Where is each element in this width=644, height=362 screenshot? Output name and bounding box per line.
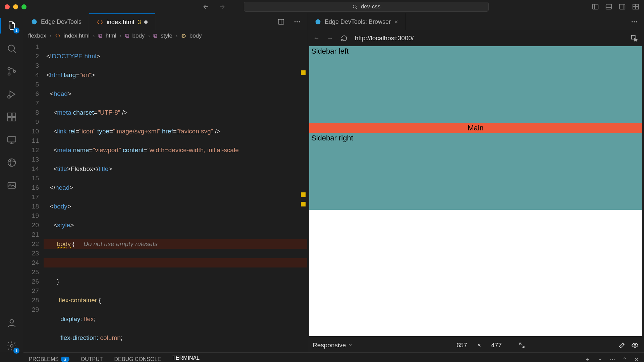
svg-rect-2 bbox=[606, 4, 612, 9]
layout-panel-icon[interactable] bbox=[605, 3, 612, 10]
search-icon bbox=[352, 4, 358, 9]
tab-label: Edge DevTools bbox=[41, 18, 82, 25]
explorer-badge: 1 bbox=[13, 27, 19, 34]
html-file-icon bbox=[97, 19, 103, 25]
viewport-width[interactable] bbox=[452, 342, 471, 349]
close-icon[interactable] bbox=[5, 4, 10, 9]
breadcrumb[interactable]: style bbox=[161, 33, 172, 39]
inspect-icon[interactable] bbox=[631, 35, 638, 42]
svg-point-18 bbox=[8, 159, 16, 167]
back-icon[interactable]: ← bbox=[313, 35, 320, 42]
code-editor[interactable]: 1234567891011121314151617181920212223242… bbox=[23, 42, 307, 352]
more-icon[interactable] bbox=[293, 18, 301, 25]
edge-icon[interactable] bbox=[5, 156, 18, 169]
svg-point-25 bbox=[297, 21, 298, 22]
tab-devtools-browser[interactable]: Edge DevTools: Browser ✕ bbox=[307, 13, 406, 30]
extensions-icon[interactable] bbox=[5, 111, 18, 123]
svg-point-30 bbox=[636, 21, 637, 22]
tab-output[interactable]: OUTPUT bbox=[81, 356, 103, 362]
maximize-icon[interactable] bbox=[21, 4, 26, 9]
tab-edge-devtools[interactable]: Edge DevTools bbox=[23, 13, 89, 30]
device-toolbar: Responsive × bbox=[307, 338, 644, 352]
titlebar: dev-css bbox=[0, 0, 644, 13]
eye-icon[interactable] bbox=[631, 342, 639, 349]
breadcrumb[interactable]: body bbox=[132, 33, 145, 39]
bottom-panel: PROBLEMS3 OUTPUT DEBUG CONSOLE TERMINAL … bbox=[23, 352, 644, 362]
wand-icon[interactable] bbox=[619, 342, 625, 349]
remote-explorer-icon[interactable] bbox=[5, 133, 18, 146]
gear-icon[interactable]: 1 bbox=[5, 340, 18, 352]
url-field[interactable]: http://localhost:3000/ bbox=[355, 35, 414, 42]
forward-icon[interactable] bbox=[218, 3, 226, 10]
svg-rect-7 bbox=[636, 7, 638, 9]
svg-point-28 bbox=[632, 21, 633, 22]
viewport-height[interactable] bbox=[487, 342, 506, 349]
lint-warning: Do not use empty rulesets bbox=[84, 240, 158, 247]
more-icon[interactable] bbox=[631, 18, 638, 25]
unsaved-icon bbox=[144, 20, 148, 24]
device-mode[interactable]: Responsive bbox=[313, 342, 353, 349]
code-area[interactable]: <!DOCTYPE html> <html lang="en"> <head> … bbox=[44, 42, 307, 352]
project-label: dev-css bbox=[361, 3, 381, 10]
chevron-down-icon[interactable] bbox=[598, 357, 602, 362]
editor-group: Edge DevTools index.html 3 flexbox› inde… bbox=[23, 13, 307, 352]
layout-sidebar-left-icon[interactable] bbox=[592, 3, 599, 10]
close-icon[interactable]: ✕ bbox=[634, 356, 639, 362]
preview-sidebar-right: Sidebar right bbox=[309, 133, 642, 210]
reload-icon[interactable] bbox=[341, 35, 347, 42]
svg-rect-6 bbox=[633, 7, 635, 9]
forward-icon[interactable]: → bbox=[327, 35, 333, 42]
svg-point-21 bbox=[10, 345, 13, 347]
minimize-icon[interactable] bbox=[13, 4, 18, 9]
breadcrumbs[interactable]: flexbox› index.html› ⧉html› ⧉body› ⧉styl… bbox=[23, 30, 307, 42]
chevron-up-icon[interactable]: ⌃ bbox=[623, 356, 627, 362]
problems-badge: 3 bbox=[61, 357, 69, 362]
command-center[interactable]: dev-css bbox=[244, 2, 489, 12]
breadcrumb[interactable]: body bbox=[190, 33, 202, 39]
breadcrumb[interactable]: html bbox=[106, 33, 116, 39]
new-terminal-icon[interactable]: ＋ bbox=[585, 356, 590, 362]
svg-rect-17 bbox=[8, 137, 16, 142]
svg-point-24 bbox=[294, 21, 296, 22]
line-gutter: 1234567891011121314151617181920212223242… bbox=[23, 42, 44, 352]
tab-label: index.html bbox=[107, 19, 134, 26]
gallery-icon[interactable] bbox=[5, 179, 18, 192]
panel-tabs: PROBLEMS3 OUTPUT DEBUG CONSOLE TERMINAL … bbox=[23, 353, 644, 362]
tab-problems[interactable]: PROBLEMS3 bbox=[29, 356, 69, 362]
html-file-icon bbox=[55, 33, 60, 39]
breadcrumb[interactable]: index.html bbox=[64, 33, 90, 39]
svg-rect-3 bbox=[620, 4, 625, 9]
explorer-icon[interactable]: 1 bbox=[5, 19, 18, 32]
tab-index-html[interactable]: index.html 3 bbox=[89, 13, 155, 30]
browser-tabs: Edge DevTools: Browser ✕ bbox=[307, 13, 644, 30]
svg-point-22 bbox=[32, 19, 37, 24]
preview-viewport: Sidebar left Main Sidebar right bbox=[309, 46, 642, 336]
run-debug-icon[interactable] bbox=[5, 88, 18, 101]
window-controls bbox=[5, 4, 26, 9]
source-control-icon[interactable] bbox=[5, 65, 18, 78]
svg-point-8 bbox=[8, 45, 14, 51]
chevron-down-icon bbox=[348, 343, 353, 347]
times-icon: × bbox=[477, 342, 481, 349]
preview-main: Main bbox=[309, 123, 642, 133]
tab-terminal[interactable]: TERMINAL bbox=[172, 355, 200, 362]
close-icon[interactable]: ✕ bbox=[394, 19, 398, 24]
svg-point-27 bbox=[316, 19, 321, 24]
svg-point-20 bbox=[10, 319, 14, 323]
layout-customize-icon[interactable] bbox=[632, 3, 639, 10]
svg-point-9 bbox=[8, 68, 10, 70]
svg-rect-13 bbox=[8, 113, 11, 117]
breadcrumb[interactable]: flexbox bbox=[28, 33, 46, 39]
more-icon[interactable]: ⋯ bbox=[610, 356, 615, 362]
tab-debug-console[interactable]: DEBUG CONSOLE bbox=[114, 356, 161, 362]
split-editor-icon[interactable] bbox=[277, 18, 285, 25]
account-icon[interactable] bbox=[5, 317, 18, 329]
edge-icon bbox=[31, 18, 38, 25]
rotate-icon[interactable] bbox=[519, 342, 525, 349]
preview-sidebar-left: Sidebar left bbox=[309, 46, 642, 123]
back-icon[interactable] bbox=[202, 3, 210, 10]
search-activity-icon[interactable] bbox=[5, 42, 18, 55]
layout-sidebar-right-icon[interactable] bbox=[619, 3, 626, 10]
edge-icon bbox=[315, 18, 321, 25]
svg-rect-16 bbox=[12, 113, 16, 117]
